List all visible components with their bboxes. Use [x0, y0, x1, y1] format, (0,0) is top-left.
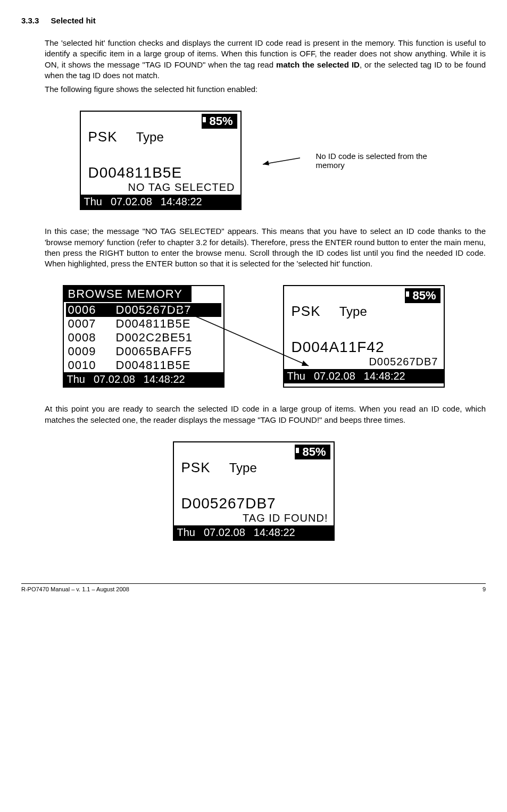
memory-index: 0006 — [68, 303, 116, 317]
time: 14:48:22 — [144, 373, 185, 386]
browse-title: BROWSE MEMORY — [68, 287, 192, 301]
date: 07.02.08 — [314, 370, 355, 382]
page-footer: R-PO7470 Manual – v. 1.1 – August 2008 9 — [21, 583, 486, 592]
lcd-screen-b: 85% PSK Type D004A11F42 D005267DB7 Thu 0… — [283, 285, 445, 388]
paragraph-3: At this point you are ready to search th… — [45, 404, 486, 425]
figure-2: BROWSE MEMORY 0006D005267DB70007D004811B… — [21, 285, 486, 388]
memory-index: 0007 — [68, 317, 116, 331]
section-heading: 3.3.3 Selected hit — [21, 16, 486, 25]
date: 07.02.08 — [204, 526, 245, 539]
annotation-1: No ID code is selected from the memory — [316, 152, 428, 170]
battery-indicator: 85% — [405, 288, 440, 303]
lcd-screen-c: 85% PSK Type D005267DB7 TAG ID FOUND! Th… — [173, 441, 335, 541]
type-label: Type — [339, 304, 367, 319]
memory-row: 0009D0065BAFF5 — [64, 345, 223, 358]
battery-indicator: 85% — [202, 114, 237, 129]
paragraph-1c: The following figure shows the selected … — [45, 84, 486, 95]
day: Thu — [84, 196, 102, 208]
psk-label: PSK — [88, 129, 118, 145]
footer-left: R-PO7470 Manual – v. 1.1 – August 2008 — [21, 586, 129, 592]
lcd-screen-a: 85% PSK Type D004811B5E NO TAG SELECTED … — [80, 111, 242, 210]
memory-row: 0008D002C2BE51 — [64, 331, 223, 345]
memory-index: 0009 — [68, 345, 116, 358]
section-number: 3.3.3 — [21, 16, 39, 25]
memory-row: 0010D004811B5E — [64, 358, 223, 372]
arrow-icon — [257, 153, 300, 169]
memory-value: D004811B5E — [116, 358, 191, 372]
lcd-browse-memory: BROWSE MEMORY 0006D005267DB70007D004811B… — [63, 285, 225, 388]
time: 14:48:22 — [364, 370, 405, 382]
status-message: TAG ID FOUND! — [174, 512, 334, 525]
date: 07.02.08 — [111, 196, 152, 208]
tag-id: D004811B5E — [81, 164, 240, 181]
status-message: NO TAG SELECTED — [81, 181, 240, 195]
memory-value: D005267DB7 — [116, 303, 192, 317]
memory-index: 0008 — [68, 331, 116, 345]
day: Thu — [287, 370, 305, 382]
figure-1: 85% PSK Type D004811B5E NO TAG SELECTED … — [21, 111, 486, 210]
day: Thu — [67, 373, 85, 386]
tag-id: D005267DB7 — [174, 495, 334, 512]
paragraph-1-bold: match the selected ID — [276, 60, 360, 69]
memory-value: D0065BAFF5 — [116, 345, 192, 358]
paragraph-2: In this case; the message "NO TAG SELECT… — [45, 226, 486, 269]
memory-index: 0010 — [68, 358, 116, 372]
time: 14:48:22 — [254, 526, 295, 539]
memory-value: D002C2BE51 — [116, 331, 193, 345]
memory-row: 0006D005267DB7 — [66, 303, 221, 317]
psk-label: PSK — [181, 459, 211, 475]
type-label: Type — [136, 130, 164, 144]
time: 14:48:22 — [161, 196, 202, 208]
paragraph-1: The 'selected hit' function checks and d… — [45, 38, 486, 81]
memory-row: 0007D004811B5E — [64, 317, 223, 331]
footer-page-number: 9 — [483, 586, 486, 592]
status-message: D005267DB7 — [284, 356, 444, 369]
date: 07.02.08 — [94, 373, 135, 386]
day: Thu — [177, 526, 195, 539]
section-title: Selected hit — [51, 16, 96, 25]
figure-3: 85% PSK Type D005267DB7 TAG ID FOUND! Th… — [21, 441, 486, 541]
psk-label: PSK — [292, 303, 321, 319]
svg-marker-1 — [263, 161, 269, 165]
memory-value: D004811B5E — [116, 317, 191, 331]
tag-id: D004A11F42 — [284, 339, 444, 356]
type-label: Type — [229, 461, 257, 475]
battery-indicator: 85% — [295, 445, 330, 459]
